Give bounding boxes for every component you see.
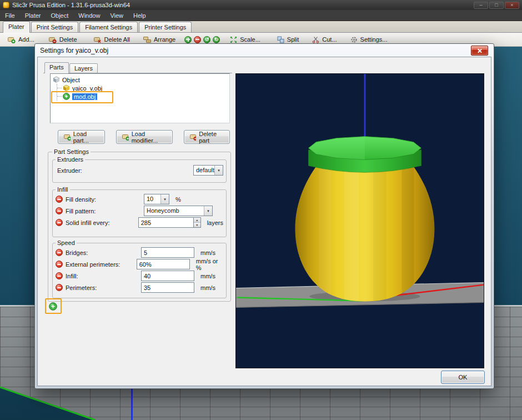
infill-speed-input[interactable]: [141, 271, 194, 281]
remove-perimeters-button[interactable]: [56, 284, 63, 291]
settings-button[interactable]: Settings...: [350, 36, 388, 43]
brick-delete-icon: [190, 133, 197, 141]
brick-add-icon: [122, 133, 129, 141]
window-close-button[interactable]: ×: [505, 2, 519, 9]
infill-speed-unit: mm/s: [200, 273, 215, 279]
delete-part-button[interactable]: Delete part: [184, 130, 230, 144]
selected-tree-label: mod.obj: [72, 93, 97, 100]
add-button[interactable]: Add...: [8, 36, 34, 43]
spin-buttons: ▴ ▾: [193, 217, 201, 228]
menu-help[interactable]: Help: [128, 10, 151, 21]
chevron-down-icon: ▾: [214, 166, 223, 175]
object-settings-dialog: Settings for yaico_v.obj Parts Layers Ob…: [34, 43, 494, 389]
menu-window[interactable]: Window: [73, 10, 105, 21]
tree-children: yaico_v.obj mod.obj: [57, 84, 227, 101]
remove-infill-speed-button[interactable]: [56, 272, 63, 279]
ok-button[interactable]: OK: [441, 371, 485, 384]
maximize-button[interactable]: □: [489, 2, 504, 9]
scale-icon: [230, 36, 237, 43]
split-icon: [277, 36, 284, 43]
rotate-cw-button[interactable]: ↻: [213, 36, 220, 43]
tab-printer-settings[interactable]: Printer Settings: [139, 22, 192, 32]
menu-object[interactable]: Object: [46, 10, 73, 21]
spin-down-button[interactable]: ▾: [194, 222, 200, 227]
tab-layers[interactable]: Layers: [69, 63, 98, 73]
remove-fill-pattern-button[interactable]: [56, 207, 63, 214]
circle-plus-green-icon: [49, 302, 57, 311]
main-tabbar: Plater Print Settings Filament Settings …: [0, 21, 522, 33]
bridges-unit: mm/s: [200, 249, 215, 256]
dialog-close-button[interactable]: [471, 46, 488, 56]
window-titlebar: Slic3r Prusa Edition - 1.31.6-prusa3d-wi…: [0, 0, 522, 10]
add-option-button[interactable]: [49, 302, 57, 311]
solid-infill-every-input[interactable]: [138, 217, 193, 228]
fill-pattern-select[interactable]: Honeycomb ▾: [144, 206, 213, 216]
z-axis-line: [131, 387, 133, 420]
preview-3d-canvas[interactable]: [236, 74, 484, 368]
object-tree: Object yaico_v.obj mod.obj: [50, 73, 230, 123]
tab-print-settings[interactable]: Print Settings: [31, 22, 78, 32]
rotate-ccw-button[interactable]: ↺: [203, 36, 210, 43]
chevron-down-icon: ▾: [160, 194, 169, 204]
fill-density-label: Fill density:: [66, 196, 141, 203]
menubar: File Plater Object Window View Help: [0, 10, 522, 21]
tree-item-yaico[interactable]: yaico_v.obj: [57, 84, 227, 92]
spin-up-button[interactable]: ▴: [194, 218, 200, 222]
app-icon: [3, 2, 9, 8]
extruder-label: Extruder:: [56, 167, 82, 174]
tree-item-object[interactable]: Object: [53, 76, 227, 84]
caption-buttons: – □ ×: [474, 2, 519, 9]
close-icon: [477, 48, 482, 53]
fill-pattern-label: Fill pattern:: [66, 208, 141, 214]
extruder-select[interactable]: default ▾: [193, 165, 223, 176]
part-buttons-row: Load part... Load modifier... Delete par…: [58, 130, 230, 144]
dialog-title: Settings for yaico_v.obj: [40, 47, 108, 54]
remove-fill-density-button[interactable]: [56, 196, 63, 203]
infill-speed-label: Infill:: [66, 273, 138, 279]
part-preview-pane: [235, 73, 484, 368]
increase-copies-button[interactable]: [184, 36, 192, 43]
bridges-input[interactable]: [141, 247, 194, 258]
brick-delete-all-icon: [94, 36, 102, 43]
external-perimeters-unit: mm/s or %: [196, 258, 223, 271]
external-perimeters-label: External perimeters:: [66, 261, 134, 268]
decrease-copies-button[interactable]: [194, 36, 201, 43]
solid-infill-every-label: Solid infill every:: [66, 219, 135, 226]
gear-icon: [350, 36, 358, 43]
brick-delete-icon: [49, 36, 57, 43]
load-modifier-button[interactable]: Load modifier...: [116, 130, 173, 144]
solid-infill-every-spinbox: ▴ ▾: [138, 217, 201, 228]
delete-all-button[interactable]: Delete All: [94, 36, 130, 43]
perimeters-label: Perimeters:: [66, 284, 138, 291]
brick-add-icon: [64, 133, 71, 141]
bridges-label: Bridges:: [66, 249, 138, 256]
fill-density-select[interactable]: 10 ▾: [144, 194, 169, 204]
bricks-icon: [143, 36, 151, 43]
remove-bridges-button[interactable]: [56, 249, 63, 256]
scale-button[interactable]: Scale...: [230, 36, 260, 43]
minimize-button[interactable]: –: [474, 2, 488, 9]
menu-file[interactable]: File: [0, 10, 20, 21]
perimeters-input[interactable]: [141, 282, 194, 293]
arrange-button[interactable]: Arrange: [143, 36, 175, 43]
circle-plus-green-icon: [63, 93, 70, 100]
menu-view[interactable]: View: [105, 10, 128, 21]
load-part-button[interactable]: Load part...: [58, 130, 105, 144]
tab-plater[interactable]: Plater: [3, 21, 30, 33]
copies-rotate-group: ↺ ↻: [184, 36, 220, 43]
external-perimeters-input[interactable]: [137, 259, 190, 269]
screen: Slic3r Prusa Edition - 1.31.6-prusa3d-wi…: [0, 0, 522, 420]
rotate-cw-icon: ↻: [214, 37, 219, 42]
delete-button[interactable]: Delete: [49, 36, 77, 43]
split-button[interactable]: Split: [277, 36, 299, 43]
perimeters-unit: mm/s: [200, 284, 215, 291]
remove-solid-infill-button[interactable]: [56, 219, 63, 226]
cut-button[interactable]: Cut...: [312, 36, 337, 43]
tab-filament-settings[interactable]: Filament Settings: [79, 22, 138, 32]
tree-item-mod[interactable]: mod.obj: [57, 92, 227, 101]
menu-plater[interactable]: Plater: [20, 10, 46, 21]
fill-density-unit: %: [175, 196, 181, 203]
speed-group: Speed Bridges: mm/s External perimeters:…: [52, 239, 227, 298]
tab-parts[interactable]: Parts: [44, 62, 69, 73]
remove-external-perimeters-button[interactable]: [56, 261, 63, 268]
